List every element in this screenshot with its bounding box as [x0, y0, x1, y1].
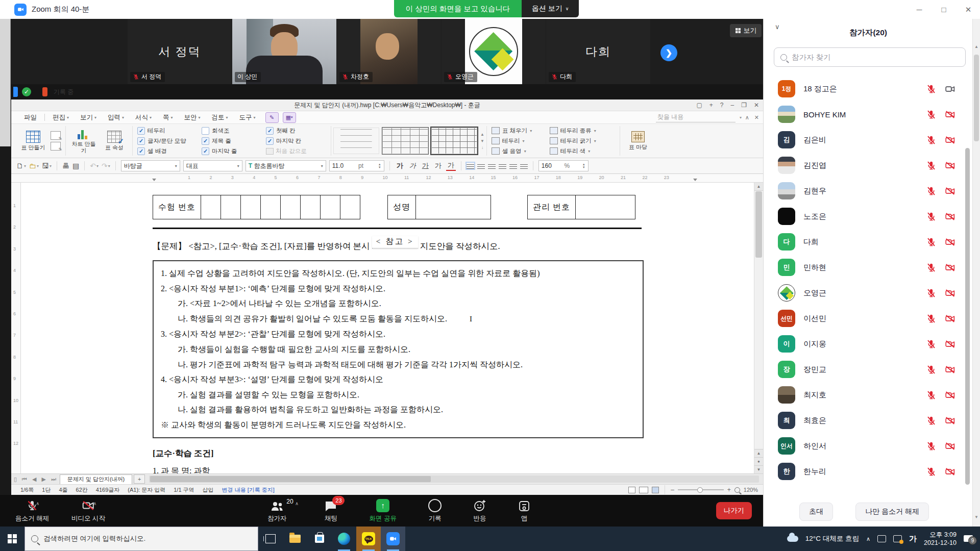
document-page[interactable]: 수험 번호 성명 관리 번호 【문제】 <참고>, [교수·학습 조건], [자…	[21, 183, 754, 473]
participants-caret[interactable]: ∧	[295, 501, 299, 506]
menu-파일[interactable]: 파일	[18, 113, 42, 122]
exam-number-cell-4[interactable]	[261, 195, 281, 219]
reactions-button[interactable]: 반응	[466, 499, 494, 523]
hwp-fullscreen-icon[interactable]: ▢	[696, 102, 702, 109]
minimize-icon[interactable]: ─	[915, 5, 924, 14]
page-nav-button[interactable]: ●	[754, 457, 763, 465]
last-tab-icon[interactable]: ⏭	[48, 476, 59, 483]
next-page-button[interactable]: ▼	[754, 465, 763, 473]
new-tab-button[interactable]: +	[134, 474, 145, 484]
draw-table-button[interactable]	[51, 131, 61, 140]
underline-button[interactable]: 가	[421, 161, 430, 170]
video-tile-4[interactable]: 오영근	[442, 19, 546, 84]
align-divide-icon[interactable]	[520, 163, 528, 169]
muted-mic-icon[interactable]	[926, 339, 937, 349]
context-tab-pen-icon[interactable]: ✎	[265, 112, 279, 123]
kakaotalk-button[interactable]: TALK	[356, 527, 381, 551]
taskbar-clock[interactable]: 오후 3:09 2021-12-10	[924, 531, 957, 547]
video-tile-3[interactable]: 차정호	[337, 19, 441, 84]
menu-쪽[interactable]: 쪽▾	[157, 113, 179, 122]
open-document-button[interactable]: 🗀▾	[29, 162, 39, 170]
checkbox-마지막 줄[interactable]: ✓마지막 줄	[202, 147, 262, 155]
exam-number-cell-8[interactable]	[340, 195, 360, 219]
align-right-icon[interactable]	[499, 163, 506, 169]
participant-row[interactable]: 선민이선민	[764, 306, 965, 331]
table-style-plain[interactable]	[333, 128, 379, 154]
exam-number-cell-6[interactable]	[301, 195, 321, 219]
checkbox-첫째 칸[interactable]: ✓첫째 칸	[266, 127, 326, 135]
gallery-up-icon[interactable]: ▲	[480, 132, 484, 137]
participant-row[interactable]: 최최효은	[764, 408, 965, 433]
muted-mic-icon[interactable]	[926, 160, 937, 171]
view-facing-icon[interactable]	[639, 487, 648, 493]
participant-row[interactable]: 김현우	[764, 178, 965, 204]
prev-page-button[interactable]: ▲	[754, 449, 763, 457]
align-distribute-icon[interactable]	[509, 163, 517, 169]
table-create-button[interactable]: 표 만들기	[20, 131, 46, 151]
exam-number-cell-5[interactable]	[281, 195, 301, 219]
muted-mic-icon[interactable]	[926, 84, 937, 94]
align-center-icon[interactable]	[488, 163, 496, 169]
participant-search-input[interactable]: 참가자 찾기	[774, 47, 966, 67]
muted-mic-icon[interactable]	[926, 186, 937, 196]
participant-row[interactable]: 다다희	[764, 229, 965, 255]
unmute-button[interactable]: ∧ 음소거 해제	[8, 499, 56, 523]
checkbox-테두리[interactable]: ✓테두리	[137, 127, 198, 135]
camera-off-icon[interactable]	[945, 364, 955, 375]
paragraph-style-select[interactable]: 바탕글▾	[121, 160, 180, 171]
name-table[interactable]: 성명	[387, 195, 491, 219]
muted-mic-icon[interactable]	[926, 466, 937, 477]
scroll-up-icon[interactable]: ▲	[974, 44, 978, 49]
camera-off-icon[interactable]	[945, 313, 955, 324]
button-테두리 종류[interactable]: 테두리 종류▾	[550, 127, 615, 135]
notification-center-button[interactable]: 9	[964, 534, 975, 543]
hwp-restore-icon[interactable]: ❐	[741, 102, 747, 109]
first-tab-icon[interactable]: ⏮	[19, 476, 30, 483]
checkbox-셀 배경[interactable]: ✓셀 배경	[137, 147, 198, 155]
participant-row[interactable]: 장장민교	[764, 357, 965, 382]
horizontal-scrollbar[interactable]	[149, 475, 759, 483]
menu-보안[interactable]: 보안▾	[179, 113, 206, 122]
chat-button[interactable]: 23 채팅	[317, 499, 345, 523]
unmute-me-button[interactable]: 나만 음소거 해제	[855, 503, 929, 521]
camera-off-icon[interactable]	[945, 262, 955, 273]
print-button[interactable]: 🖶	[62, 162, 69, 170]
manage-number-input-cell[interactable]	[576, 195, 635, 219]
tray-expand-icon[interactable]: ∧	[866, 536, 870, 542]
hwp-close-icon[interactable]: ✕	[754, 102, 759, 109]
muted-mic-icon[interactable]	[926, 262, 937, 273]
invite-button[interactable]: 초대	[799, 503, 833, 521]
exam-number-table[interactable]: 수험 번호	[153, 195, 360, 219]
muted-mic-icon[interactable]	[926, 109, 937, 120]
redo-button[interactable]: ↷▾	[102, 162, 110, 170]
microsoft-store-button[interactable]	[307, 527, 332, 551]
checkbox-회색조[interactable]: 회색조	[202, 127, 262, 135]
camera-off-icon[interactable]	[945, 160, 955, 171]
new-document-button[interactable]: 🗋▾	[16, 162, 26, 170]
horizontal-ruler[interactable]: 1234567891011121314151617181920212223	[11, 174, 763, 183]
window-scrollbar-thumb[interactable]	[974, 55, 979, 141]
participant-row[interactable]: 한한누리	[764, 459, 965, 484]
video-options-caret[interactable]: ∧	[93, 501, 96, 506]
next-videos-button[interactable]: ❯	[660, 44, 677, 61]
scrollbar-top-button[interactable]: ▲	[754, 183, 763, 191]
participant-row[interactable]: 오영근	[764, 280, 965, 306]
table-properties-button[interactable]: 표 속성	[101, 131, 128, 151]
camera-off-icon[interactable]	[945, 466, 955, 477]
apps-button[interactable]: 앱	[511, 499, 537, 523]
menu-편집[interactable]: 편집▾	[47, 113, 75, 122]
button-테두리 굵기[interactable]: 테두리 굵기▾	[550, 137, 615, 145]
save-button[interactable]: 🖫▾	[42, 162, 52, 170]
muted-mic-icon[interactable]	[926, 441, 937, 452]
muted-mic-icon[interactable]	[926, 211, 937, 222]
table-style-gallery[interactable]: ▲ ▼ ↓	[331, 126, 487, 156]
font-color-button[interactable]: 가	[446, 161, 456, 171]
participant-list-scrollbar[interactable]	[965, 148, 970, 485]
camera-off-icon[interactable]	[945, 135, 955, 145]
exam-number-cell-1[interactable]	[201, 195, 221, 219]
camera-on-icon[interactable]	[945, 84, 955, 94]
camera-off-icon[interactable]	[945, 415, 955, 426]
file-explorer-button[interactable]	[283, 527, 307, 551]
participants-button[interactable]: 20 ∧ 참가자	[260, 499, 294, 523]
maximize-icon[interactable]: □	[939, 5, 948, 14]
